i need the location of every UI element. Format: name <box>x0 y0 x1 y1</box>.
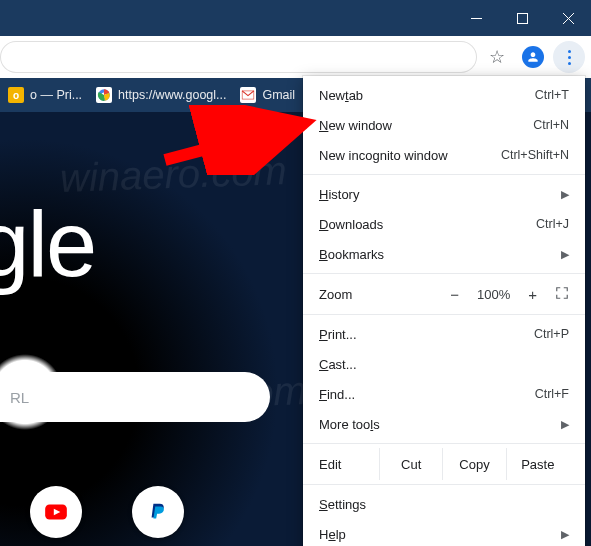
bookmark-star-icon[interactable]: ☆ <box>481 41 513 73</box>
chevron-right-icon: ▶ <box>561 248 569 261</box>
shortcut-row <box>30 486 184 538</box>
edit-cut-button[interactable]: Cut <box>379 448 442 480</box>
zoom-value: 100% <box>477 287 510 302</box>
gmail-icon <box>240 87 256 103</box>
chevron-right-icon: ▶ <box>561 188 569 201</box>
edit-paste-button[interactable]: Paste <box>506 448 569 480</box>
chrome-menu-button[interactable] <box>553 41 585 73</box>
shortcut-youtube[interactable] <box>30 486 82 538</box>
zoom-in-button[interactable]: + <box>524 286 541 303</box>
menu-zoom: Zoom − 100% + <box>303 278 585 310</box>
chevron-right-icon: ▶ <box>561 528 569 541</box>
menu-edit-row: Edit Cut Copy Paste <box>303 448 585 480</box>
menu-separator <box>303 484 585 485</box>
bookmark-label: Gmail <box>262 88 295 102</box>
menu-more-tools[interactable]: More tools ▶ <box>303 409 585 439</box>
shortcut-paypal[interactable] <box>132 486 184 538</box>
menu-cast[interactable]: Cast... <box>303 349 585 379</box>
favicon-icon <box>96 87 112 103</box>
bookmark-item[interactable]: Gmail <box>240 87 295 103</box>
menu-new-window[interactable]: New window Ctrl+N <box>303 110 585 140</box>
svg-rect-0 <box>517 13 527 23</box>
window-titlebar <box>0 0 591 36</box>
menu-new-tab[interactable]: New tab Ctrl+T <box>303 80 585 110</box>
fullscreen-button[interactable] <box>555 286 569 303</box>
bookmark-label: o — Pri... <box>30 88 82 102</box>
chrome-menu: New tab Ctrl+T New window Ctrl+N New inc… <box>303 76 585 546</box>
maximize-button[interactable] <box>499 0 545 36</box>
menu-find[interactable]: Find... Ctrl+F <box>303 379 585 409</box>
menu-separator <box>303 174 585 175</box>
menu-separator <box>303 273 585 274</box>
menu-settings[interactable]: Settings <box>303 489 585 519</box>
google-logo: oogle <box>0 192 95 297</box>
address-bar[interactable] <box>0 41 477 73</box>
favicon-icon: o <box>8 87 24 103</box>
menu-downloads[interactable]: Downloads Ctrl+J <box>303 209 585 239</box>
minimize-button[interactable] <box>453 0 499 36</box>
bookmark-item[interactable]: o o — Pri... <box>8 87 82 103</box>
chevron-right-icon: ▶ <box>561 418 569 431</box>
bookmark-item[interactable]: https://www.googl... <box>96 87 226 103</box>
bookmark-label: https://www.googl... <box>118 88 226 102</box>
menu-new-incognito[interactable]: New incognito window Ctrl+Shift+N <box>303 140 585 170</box>
menu-help[interactable]: Help ▶ <box>303 519 585 546</box>
menu-separator <box>303 443 585 444</box>
search-box[interactable]: RL <box>0 372 270 422</box>
edit-copy-button[interactable]: Copy <box>442 448 505 480</box>
close-button[interactable] <box>545 0 591 36</box>
toolbar: ☆ <box>0 36 591 78</box>
zoom-out-button[interactable]: − <box>446 286 463 303</box>
menu-history[interactable]: History ▶ <box>303 179 585 209</box>
menu-separator <box>303 314 585 315</box>
profile-button[interactable] <box>517 41 549 73</box>
menu-print[interactable]: Print... Ctrl+P <box>303 319 585 349</box>
menu-bookmarks[interactable]: Bookmarks ▶ <box>303 239 585 269</box>
